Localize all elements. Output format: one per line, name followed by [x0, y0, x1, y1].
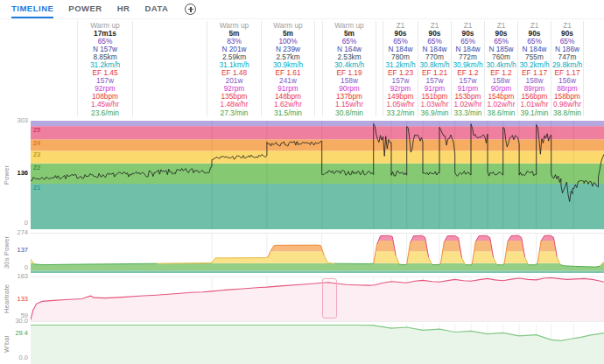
interval-ventilation: 33.3/min [452, 109, 484, 117]
interval-stats-column[interactable]: Warm up5m100%N 239w2.57km30.9km/hEF 1.61… [261, 21, 315, 116]
power-zone-label-z3: Z3 [33, 151, 40, 158]
interval-stats-column[interactable]: Warm up5m65%N 164w2.53km30.4km/hEF 1.191… [322, 21, 376, 116]
power-zone-label-z1: Z1 [33, 185, 40, 191]
tab-timeline[interactable]: TIMELINE [11, 0, 53, 18]
interval-ventilation: 38.6/min [485, 109, 517, 117]
interval-ventilation: 23.6/min [78, 109, 132, 117]
interval-ventilation: 27.3/min [207, 109, 261, 117]
interval-ventilation: 31.5/min [262, 109, 314, 117]
rolling-power-axis-min: 0 [1, 264, 28, 271]
interval-stats-column[interactable]: Z190s65%N 184w755m30.2km/hEF 1.17158w89r… [517, 21, 551, 116]
heartrate-axis-current: 133 [1, 296, 28, 303]
rolling-power-area [31, 234, 604, 273]
tab-hr[interactable]: HR [117, 0, 130, 18]
heartrate-chart[interactable] [31, 276, 604, 322]
wbal-axis-current: 29.4 [1, 330, 28, 337]
power-zone-label-z5: Z5 [33, 127, 40, 133]
wbal-axis-min: 0.0 [1, 354, 28, 361]
interval-stats-column[interactable]: Z190s65%N 184w772m30.9km/hEF 1.2157w91rp… [451, 21, 484, 116]
heartrate-axis-max: 163 [1, 273, 28, 280]
interval-ventilation: 36.9/min [418, 109, 451, 117]
chart-tab-bar: TIMELINE POWER HR DATA [0, 0, 604, 19]
power-zone-label-z2: Z2 [33, 164, 40, 171]
wbal-axis-max: 30.0 [1, 318, 28, 325]
interval-stats-column[interactable]: Z190s65%N 186w747m29.8km/hEF 1.17156w88r… [551, 21, 584, 116]
selection-region[interactable] [322, 278, 337, 318]
add-chart-button[interactable] [185, 0, 196, 18]
interval-ventilation: 30.8/min [323, 109, 376, 117]
rolling-power-axis-current: 137 [1, 247, 28, 254]
interval-ventilation: 38.8/min [551, 109, 583, 117]
tab-data[interactable]: DATA [144, 0, 168, 18]
power-zone-label-z4: Z4 [33, 140, 40, 146]
interval-ventilation: 39.1/min [518, 109, 551, 117]
interval-stats-column[interactable]: Z190s65%N 184w780m31.2km/hEF 1.23157w92r… [383, 21, 418, 116]
wbal-chart[interactable] [31, 324, 604, 364]
interval-stats-column[interactable]: Warm up17m1s65%N 157w8.85km31.2km/hEF 1.… [77, 21, 133, 116]
power-axis-current: 136 [1, 170, 28, 177]
interval-stats-column[interactable]: Z190s65%N 185w760m30.4km/hEF 1.2158w90rp… [484, 21, 517, 116]
interval-ventilation: 33.2/min [383, 109, 418, 117]
interval-stats-column[interactable]: Warm up5m83%N 201w2.59km31.1km/hEF 1.482… [207, 21, 261, 116]
power-axis-max: 303 [1, 117, 28, 124]
rolling-power-chart[interactable] [31, 233, 604, 273]
interval-stats-column[interactable]: Z190s65%N 184w770m30.8km/hEF 1.21157w91r… [418, 21, 451, 116]
rolling-power-axis-max: 274 [1, 229, 28, 236]
plus-circle-icon [185, 4, 196, 15]
power-axis-min: 0 [1, 220, 28, 227]
power-chart[interactable]: Z5Z4Z3Z2Z1 [31, 121, 604, 229]
tab-power[interactable]: POWER [68, 0, 102, 18]
